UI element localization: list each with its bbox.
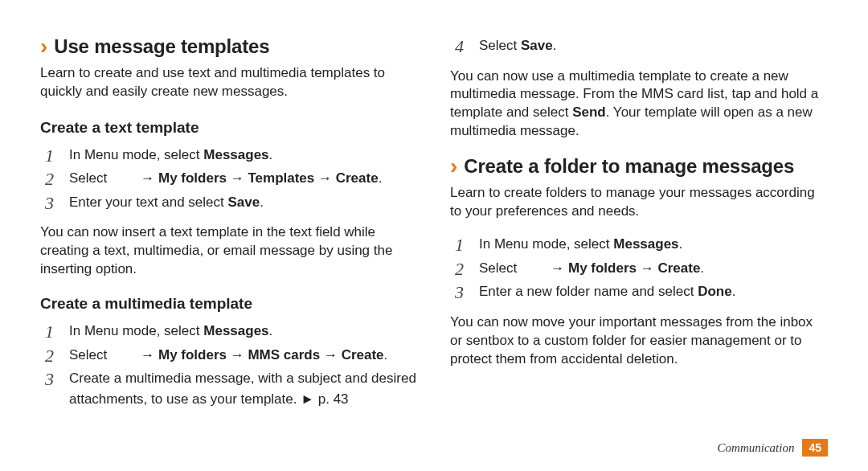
paragraph: You can now insert a text template in th…	[40, 223, 418, 279]
step-item: Select→ My folders → Templates → Create.	[40, 168, 418, 189]
right-column: Select Save. You can now use a multimedi…	[450, 32, 828, 447]
footer-section-label: Communication	[718, 441, 795, 455]
step-bold: → My folders → MMS cards → Create	[141, 347, 383, 362]
subheading-text-template: Create a text template	[40, 119, 418, 137]
chevron-icon: ›	[40, 35, 47, 58]
left-column: › Use message templates Learn to create …	[40, 32, 418, 447]
page-footer: Communication 45	[718, 439, 828, 457]
step-text: .	[379, 170, 383, 186]
step-text: In Menu mode, select	[69, 147, 203, 162]
step-bold: → My folders → Templates → Create	[141, 170, 378, 186]
step-text: .	[269, 323, 273, 338]
section-title-text: Create a folder to manage messages	[464, 155, 794, 178]
step-text: .	[384, 347, 388, 362]
step-item: In Menu mode, select Messages.	[450, 234, 828, 255]
step-text: Select	[69, 170, 107, 186]
step-text: Enter a new folder name and select	[479, 284, 698, 299]
chevron-icon: ›	[450, 155, 457, 178]
step-text: In Menu mode, select	[479, 236, 613, 252]
section-title-create-folder: › Create a folder to manage messages	[450, 155, 828, 178]
footer-page-number: 45	[802, 439, 828, 457]
step-item: Select→ My folders → Create.	[450, 258, 828, 279]
steps-mm-template-cont: Select Save.	[450, 32, 828, 59]
step-text: Enter your text and select	[69, 195, 228, 210]
paragraph: You can now use a multimedia template to…	[450, 68, 828, 141]
step-bold: Save	[521, 38, 553, 53]
step-text: .	[679, 236, 683, 252]
paragraph: You can now move your important messages…	[450, 313, 828, 369]
step-item: In Menu mode, select Messages.	[40, 145, 418, 166]
step-bold: Done	[698, 284, 732, 299]
manual-page: › Use message templates Learn to create …	[0, 0, 868, 471]
section-title-text: Use message templates	[54, 35, 269, 58]
steps-create-folder: In Menu mode, select Messages. Select→ M…	[450, 231, 828, 305]
step-text: .	[260, 195, 264, 210]
section-intro: Learn to create folders to manage your m…	[450, 184, 828, 221]
step-text: In Menu mode, select	[69, 323, 203, 338]
step-bold: Messages	[203, 147, 268, 162]
step-item: In Menu mode, select Messages.	[40, 321, 418, 342]
step-bold: Messages	[613, 236, 678, 252]
para-bold: Send	[572, 104, 606, 120]
step-bold: Messages	[203, 323, 268, 338]
step-text: .	[732, 284, 736, 299]
step-item: Select→ My folders → MMS cards → Create.	[40, 345, 418, 366]
steps-mm-template: In Menu mode, select Messages. Select→ M…	[40, 317, 418, 412]
step-item: Select Save.	[450, 35, 828, 56]
section-intro: Learn to create and use text and multime…	[40, 64, 418, 101]
step-item: Create a multimedia message, with a subj…	[40, 368, 418, 409]
subheading-mm-template: Create a multimedia template	[40, 295, 418, 313]
step-item: Enter a new folder name and select Done.	[450, 281, 828, 302]
step-text: .	[553, 38, 557, 53]
steps-text-template: In Menu mode, select Messages. Select→ M…	[40, 141, 418, 216]
step-text: .	[700, 260, 704, 276]
step-item: Enter your text and select Save.	[40, 192, 418, 213]
step-text: Select	[479, 260, 517, 276]
step-text: .	[269, 147, 273, 162]
step-text: Select	[69, 347, 107, 362]
step-bold: Save	[228, 195, 260, 210]
step-text: Select	[479, 38, 521, 53]
section-title-use-templates: › Use message templates	[40, 35, 418, 58]
step-text: Create a multimedia message, with a subj…	[69, 371, 416, 407]
step-bold: → My folders → Create	[551, 260, 700, 276]
